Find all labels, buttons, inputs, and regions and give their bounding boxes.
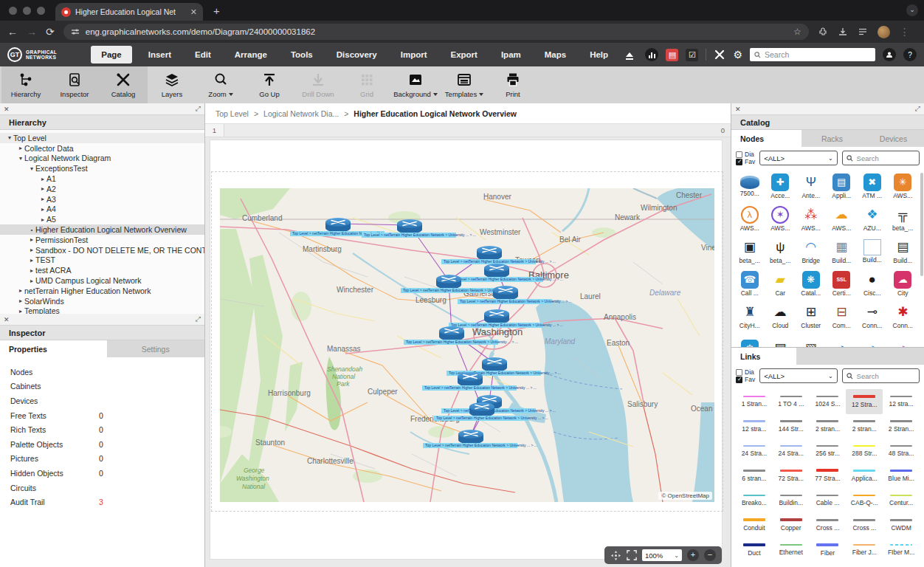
toolbar-templates-button[interactable]: Templates <box>440 66 489 103</box>
catalog-node-item[interactable]: ◠Bridge <box>796 235 827 267</box>
tree-item[interactable]: ▾Top Level <box>0 133 204 143</box>
link-type-item[interactable]: Centur... <box>883 488 920 513</box>
inspector-close-icon[interactable]: ✕ <box>4 316 10 323</box>
close-window-button[interactable] <box>9 7 17 15</box>
link-type-item[interactable]: CWDM <box>883 513 920 538</box>
catalog-node-item[interactable]: ☎Call ... <box>734 267 765 300</box>
property-row[interactable]: Hidden Objects0 <box>10 466 204 481</box>
toolbar-zoom-button[interactable]: Zoom <box>196 66 245 103</box>
fav-checkbox[interactable]: Fav <box>736 158 755 165</box>
schedule-icon[interactable]: ▤ <box>666 49 678 61</box>
tree-item[interactable]: ▸A1 <box>0 173 204 184</box>
browser-menu-icon[interactable]: ⋮ <box>900 26 910 38</box>
tree-item[interactable]: ▸A2 <box>0 184 204 194</box>
settings-gear-icon[interactable]: ⚙ <box>733 49 742 61</box>
catalog-node-item[interactable]: ☁City <box>888 267 919 300</box>
tree-item[interactable]: •Higher Education Logical Network Overvi… <box>0 224 204 235</box>
tree-item[interactable]: ▾Logical Network Diagram <box>0 154 204 164</box>
link-type-item[interactable]: 6 stran... <box>736 464 773 489</box>
tree-down-icon[interactable]: ▾ <box>28 165 35 172</box>
link-type-item[interactable]: Breako... <box>736 488 773 513</box>
toolbar-background-button[interactable]: Background <box>391 66 440 103</box>
catalog-node-item[interactable]: ♜CityH... <box>734 300 765 332</box>
menu-help[interactable]: Help <box>582 47 616 62</box>
profile-avatar[interactable] <box>878 26 890 38</box>
link-type-item[interactable]: 24 Stra... <box>736 439 773 464</box>
tree-right-icon[interactable]: ▸ <box>28 257 35 264</box>
zoom-level-select[interactable]: 100% ⌄ <box>642 549 682 561</box>
catalog-close-icon[interactable]: ✕ <box>735 106 741 113</box>
tree-right-icon[interactable]: ▸ <box>39 176 46 182</box>
catalog-node-item[interactable]: ◑ <box>857 332 888 347</box>
tools-icon[interactable] <box>714 49 725 61</box>
catalog-type-select[interactable]: <ALL>⌄ <box>759 151 837 165</box>
account-icon[interactable] <box>883 48 896 61</box>
toolbar-hierarchy-button[interactable]: Hierarchy <box>1 66 50 103</box>
catalog-node-item[interactable]: ❖AZU... <box>857 202 888 235</box>
catalog-node-item[interactable]: ◑ <box>827 332 858 347</box>
menu-edit[interactable]: Edit <box>187 47 218 62</box>
tree-right-icon[interactable]: ▸ <box>39 196 46 202</box>
zoom-in-button[interactable]: + <box>687 549 699 561</box>
catalog-node-item[interactable]: ⁂AWS... <box>796 202 827 235</box>
catalog-node-item[interactable]: ✖ATM ... <box>857 170 888 202</box>
fit-screen-icon[interactable] <box>627 550 637 560</box>
catalog-tab-devices[interactable]: Devices <box>863 130 924 147</box>
tree-down-icon[interactable]: ▾ <box>6 134 13 141</box>
menu-insert[interactable]: Insert <box>141 47 179 62</box>
link-type-item[interactable]: 2 stran... <box>810 414 847 439</box>
toolbar-layers-button[interactable]: Layers <box>148 66 196 103</box>
catalog-node-item[interactable]: ⊸Conn... <box>857 300 888 332</box>
catalog-node-item[interactable]: ⊞Cluster <box>796 300 827 332</box>
tree-right-icon[interactable]: ▸ <box>28 278 35 284</box>
tree-right-icon[interactable]: ▸ <box>39 185 46 192</box>
catalog-node-item[interactable]: ✶AWS... <box>765 202 796 235</box>
tab-links[interactable]: Links <box>731 348 796 365</box>
menu-page[interactable]: Page <box>91 46 132 63</box>
menu-export[interactable]: Export <box>444 47 485 62</box>
links-type-select[interactable]: <ALL>⌄ <box>759 368 837 383</box>
catalog-node-item[interactable]: ▤Build... <box>888 235 919 267</box>
link-type-item[interactable]: Duct <box>736 537 773 563</box>
catalog-scrollbar[interactable] <box>920 173 923 276</box>
link-type-item[interactable]: Applica... <box>846 464 883 489</box>
property-row[interactable]: Circuits <box>10 481 204 495</box>
tree-item[interactable]: ▸Collector Data <box>0 143 204 154</box>
hierarchy-close-icon[interactable]: ✕ <box>4 106 10 113</box>
link-type-item[interactable]: Fiber <box>810 537 847 563</box>
catalog-node-item[interactable]: Build... <box>857 235 888 267</box>
pan-icon[interactable] <box>610 550 621 561</box>
link-type-item[interactable]: 72 Stra... <box>773 464 810 489</box>
window-controls[interactable] <box>9 7 45 15</box>
breadcrumb-item[interactable]: Top Level <box>216 109 249 118</box>
link-type-item[interactable]: 48 Stra... <box>883 439 920 464</box>
link-type-item[interactable]: 1 Stran... <box>736 389 773 414</box>
catalog-expand-icon[interactable]: ⤢ <box>915 105 920 113</box>
links-search-input[interactable]: Search <box>842 368 920 383</box>
link-type-item[interactable]: Copper <box>773 513 810 538</box>
catalog-node-item[interactable]: ◑ <box>888 332 919 347</box>
link-type-item[interactable]: 77 Stra... <box>810 464 847 489</box>
catalog-node-item[interactable]: ΨAnte... <box>796 170 827 202</box>
catalog-tab-racks[interactable]: Racks <box>801 130 863 147</box>
tree-item[interactable]: ▸A5 <box>0 214 204 224</box>
menu-import[interactable]: Import <box>393 47 435 62</box>
catalog-search-input[interactable]: Search <box>842 151 920 165</box>
fav-checkbox[interactable]: Fav <box>736 376 755 383</box>
tree-right-icon[interactable]: ▸ <box>17 287 24 294</box>
link-type-item[interactable]: 12 stra... <box>883 389 920 414</box>
catalog-node-item[interactable]: ☁AWS... <box>827 202 858 235</box>
map-svg[interactable]: HanoverChesterWilmingtonNewarkCumberland… <box>220 188 714 502</box>
catalog-node-item[interactable]: ❄ <box>734 332 765 347</box>
global-search[interactable]: Search <box>750 48 875 61</box>
link-type-item[interactable]: 2 stran... <box>846 414 883 439</box>
tree-item[interactable]: ▸UMD Campus Logical Network <box>0 275 204 286</box>
catalog-node-item[interactable]: ▤ <box>765 332 796 347</box>
catalog-node-item[interactable]: ▦Build... <box>827 235 858 267</box>
catalog-node-item[interactable]: ❋Catal... <box>796 267 827 300</box>
bookmark-star-icon[interactable]: ☆ <box>793 27 801 37</box>
tree-right-icon[interactable]: ▸ <box>28 236 35 243</box>
link-type-item[interactable]: Cross ... <box>810 513 847 538</box>
tab-settings[interactable]: Settings <box>107 340 205 357</box>
link-type-item[interactable]: FIber M... <box>883 537 920 563</box>
